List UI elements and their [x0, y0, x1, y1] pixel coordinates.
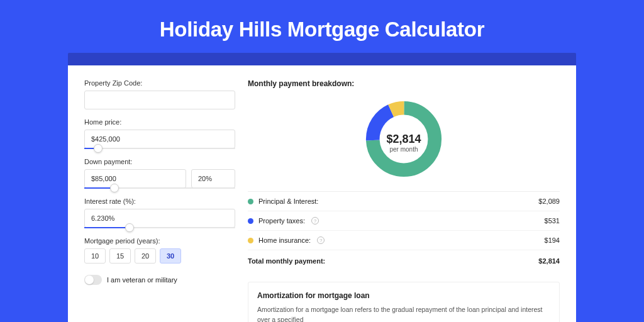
legend-value: $2,089	[538, 197, 560, 205]
breakdown-title: Monthly payment breakdown:	[248, 79, 560, 88]
legend-row: Property taxes:?$531	[248, 211, 560, 231]
home-price-field: Home price:	[84, 118, 235, 149]
down-payment-input[interactable]	[84, 169, 186, 188]
legend: Principal & Interest:$2,089Property taxe…	[248, 191, 560, 270]
toggle-knob	[85, 275, 94, 284]
legend-dot	[248, 218, 253, 224]
down-payment-field: Down payment:	[84, 158, 235, 189]
amortization-title: Amortization for mortgage loan	[257, 291, 550, 300]
veteran-toggle[interactable]	[84, 275, 102, 285]
legend-label: Home insurance:	[258, 236, 311, 244]
donut-chart: $2,814 per month	[248, 94, 560, 191]
period-option-15[interactable]: 15	[109, 248, 131, 264]
legend-label: Principal & Interest:	[258, 197, 318, 205]
legend-dot	[248, 238, 253, 243]
home-price-slider[interactable]	[84, 148, 235, 149]
legend-row: Home insurance:?$194	[248, 231, 560, 250]
interest-label: Interest rate (%):	[84, 197, 235, 205]
donut-center: $2,814 per month	[386, 133, 421, 153]
legend-value: $531	[545, 217, 560, 225]
legend-row: Principal & Interest:$2,089	[248, 192, 560, 211]
period-option-10[interactable]: 10	[84, 248, 106, 264]
donut-value: $2,814	[386, 133, 421, 146]
interest-input[interactable]	[84, 209, 235, 228]
interest-field: Interest rate (%):	[84, 197, 235, 228]
zip-label: Property Zip Code:	[84, 79, 235, 87]
veteran-toggle-row: I am veteran or military	[84, 275, 235, 285]
period-option-30[interactable]: 30	[160, 248, 181, 264]
total-value: $2,814	[538, 257, 560, 265]
legend-total-row: Total monthly payment:$2,814	[248, 250, 560, 270]
amortization-card: Amortization for mortgage loan Amortizat…	[248, 282, 560, 322]
period-label: Mortgage period (years):	[84, 237, 235, 245]
page-title: Holiday Hills Mortgage Calculator	[0, 0, 644, 53]
legend-dot	[248, 199, 253, 204]
period-option-20[interactable]: 20	[135, 248, 156, 264]
calculator-card: Property Zip Code: Home price: Down paym…	[68, 65, 576, 322]
card-container: Property Zip Code: Home price: Down paym…	[68, 53, 576, 322]
down-payment-slider[interactable]	[84, 187, 235, 189]
breakdown-panel: Monthly payment breakdown: $2,814 per mo…	[248, 79, 560, 322]
info-icon[interactable]: ?	[311, 217, 319, 225]
interest-slider[interactable]	[84, 227, 235, 228]
home-price-input[interactable]	[84, 130, 235, 148]
donut-sub: per month	[386, 146, 421, 153]
down-payment-pct-input[interactable]	[191, 169, 235, 188]
total-label: Total monthly payment:	[248, 257, 325, 265]
legend-value: $194	[545, 236, 560, 244]
period-field: Mortgage period (years): 10152030	[84, 237, 235, 264]
slider-thumb[interactable]	[110, 184, 119, 192]
info-icon[interactable]: ?	[317, 236, 325, 244]
slider-thumb[interactable]	[125, 223, 134, 232]
legend-label: Property taxes:	[258, 217, 305, 225]
home-price-label: Home price:	[84, 118, 235, 126]
veteran-label: I am veteran or military	[107, 276, 177, 284]
amortization-text: Amortization for a mortgage loan refers …	[257, 305, 550, 322]
zip-input[interactable]	[84, 91, 235, 109]
zip-field: Property Zip Code:	[84, 79, 235, 109]
form-panel: Property Zip Code: Home price: Down paym…	[84, 79, 235, 322]
slider-thumb[interactable]	[94, 144, 103, 153]
down-payment-label: Down payment:	[84, 158, 235, 165]
